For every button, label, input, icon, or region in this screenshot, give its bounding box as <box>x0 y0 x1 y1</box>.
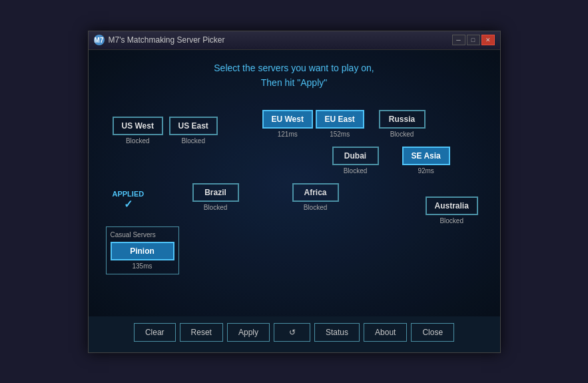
server-group-russia: Russia Blocked <box>379 110 426 138</box>
titlebar: M7 M7's Matchmaking Server Picker ─ □ ✕ <box>89 31 500 50</box>
server-group-eu-east: EU East 152ms <box>316 110 364 138</box>
apply-button[interactable]: Apply <box>227 323 270 342</box>
server-button-africa[interactable]: Africa <box>292 183 339 202</box>
app-icon-text: M7 <box>95 37 104 44</box>
pinion-button[interactable]: Pinion <box>111 242 174 260</box>
server-status-australia: Blocked <box>426 217 478 224</box>
server-group-dubai: Dubai Blocked <box>332 147 379 175</box>
server-group-africa: Africa Blocked <box>292 183 339 211</box>
server-status-eu-east: 152ms <box>316 131 364 138</box>
minimize-button[interactable]: ─ <box>452 35 465 45</box>
server-status-africa: Blocked <box>292 204 339 211</box>
applied-label: APPLIED <box>113 190 145 198</box>
about-button[interactable]: About <box>364 323 407 342</box>
casual-servers-box: Casual Servers Pinion 135ms <box>106 226 179 274</box>
reset-button[interactable]: Reset <box>180 323 223 342</box>
titlebar-left: M7 M7's Matchmaking Server Picker <box>94 35 225 45</box>
instruction-line2: Then hit "Apply" <box>99 75 489 90</box>
server-status-eu-west: 121ms <box>262 131 313 138</box>
server-status-us-west: Blocked <box>113 137 163 145</box>
window-title: M7's Matchmaking Server Picker <box>109 35 225 45</box>
server-status-russia: Blocked <box>379 131 426 138</box>
server-group-se-asia: SE Asia 92ms <box>402 147 450 175</box>
server-status-us-east: Blocked <box>169 137 218 145</box>
close-window-button[interactable]: ✕ <box>481 35 495 45</box>
server-group-eu-west: EU West 121ms <box>262 110 313 138</box>
server-button-us-east[interactable]: US East <box>169 117 218 135</box>
server-status-brazil: Blocked <box>192 204 239 211</box>
app-window: M7 M7's Matchmaking Server Picker ─ □ ✕ … <box>88 31 501 353</box>
clear-button[interactable]: Clear <box>134 323 176 342</box>
server-button-se-asia[interactable]: SE Asia <box>402 147 450 165</box>
status-button[interactable]: Status <box>314 323 360 342</box>
app-icon: M7 <box>94 35 105 45</box>
casual-label: Casual Servers <box>111 231 174 238</box>
window-controls: ─ □ ✕ <box>452 35 495 45</box>
server-button-eu-east[interactable]: EU East <box>316 110 364 129</box>
server-button-us-west[interactable]: US West <box>113 117 163 135</box>
server-status-dubai: Blocked <box>332 167 379 175</box>
instruction-text: Select the servers you want to play on, … <box>99 61 489 91</box>
server-group-us-west: US West Blocked <box>113 117 163 145</box>
pinion-status: 135ms <box>111 262 174 270</box>
maximize-button[interactable]: □ <box>467 35 480 45</box>
instruction-line1: Select the servers you want to play on, <box>99 61 489 75</box>
refresh-button[interactable]: ↺ <box>274 323 310 342</box>
server-group-us-east: US East Blocked <box>169 117 218 145</box>
applied-checkmark: ✓ <box>124 198 133 210</box>
applied-section: APPLIED ✓ <box>113 190 145 210</box>
server-group-brazil: Brazil Blocked <box>192 183 239 211</box>
close-button[interactable]: Close <box>411 323 454 342</box>
server-button-eu-west[interactable]: EU West <box>262 110 313 129</box>
server-button-russia[interactable]: Russia <box>379 110 426 129</box>
server-status-se-asia: 92ms <box>402 167 450 175</box>
server-button-dubai[interactable]: Dubai <box>332 147 379 165</box>
server-button-brazil[interactable]: Brazil <box>192 183 239 202</box>
main-content: Select the servers you want to play on, … <box>89 50 500 316</box>
servers-area: US West Blocked US East Blocked EU West … <box>99 103 489 290</box>
server-button-australia[interactable]: Australia <box>426 196 478 215</box>
server-group-australia: Australia Blocked <box>426 196 478 224</box>
footer-buttons: Clear Reset Apply ↺ Status About Close <box>89 316 500 352</box>
